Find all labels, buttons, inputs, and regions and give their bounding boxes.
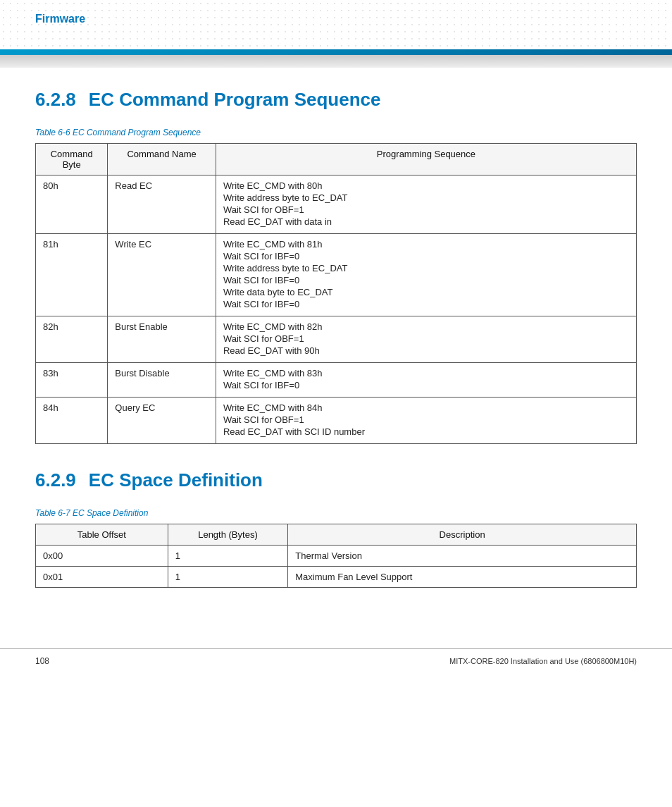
cell-command-byte: 80h xyxy=(36,175,108,234)
cell-command-byte: 83h xyxy=(36,363,108,398)
th-programming-sequence: Programming Sequence xyxy=(216,144,636,175)
footer-page-number: 108 xyxy=(35,656,49,666)
th-command-byte: Command Byte xyxy=(36,144,108,175)
cell-command-name: Write EC xyxy=(108,234,216,316)
footer: 108 MITX-CORE-820 Installation and Use (… xyxy=(0,648,672,673)
cell-command-name: Read EC xyxy=(108,175,216,234)
cell-command-name: Burst Disable xyxy=(108,363,216,398)
cell-programming-sequence: Write EC_CMD with 82hWait SCI for OBF=1R… xyxy=(216,316,636,363)
header-dots xyxy=(0,0,672,49)
sequence-step: Write EC_CMD with 80h xyxy=(223,180,629,191)
section-628-number: 6.2.8 xyxy=(35,89,76,111)
sequence-step: Wait SCI for IBF=0 xyxy=(223,299,629,309)
sequence-step: Read EC_DAT with data in xyxy=(223,216,629,227)
table-row: 0x011Maximum Fan Level Support xyxy=(36,567,637,588)
sequence-step: Write EC_CMD with 84h xyxy=(223,402,629,413)
sequence-step: Write EC_CMD with 81h xyxy=(223,239,629,250)
section-629-heading: 6.2.9 EC Space Definition xyxy=(35,469,637,491)
header-subbar xyxy=(0,55,672,68)
cell-command-byte: 84h xyxy=(36,398,108,444)
header-pattern: Firmware xyxy=(0,0,672,49)
sequence-step: Write data byte to EC_DAT xyxy=(223,287,629,297)
sequence-step: Wait SCI for IBF=0 xyxy=(223,251,629,261)
table-629: Table Offset Length (Bytes) Description … xyxy=(35,524,637,588)
header-bar xyxy=(0,49,672,55)
th-command-name: Command Name xyxy=(108,144,216,175)
sequence-step: Read EC_DAT with SCI ID number xyxy=(223,426,629,437)
cell-description: Thermal Version xyxy=(288,546,637,567)
table-628: Command Byte Command Name Programming Se… xyxy=(35,143,637,444)
sequence-step: Wait SCI for IBF=0 xyxy=(223,275,629,285)
table-628-caption: Table 6-6 EC Command Program Sequence xyxy=(35,128,637,137)
th-description: Description xyxy=(288,524,637,546)
cell-offset: 0x00 xyxy=(36,546,168,567)
section-628-title: EC Command Program Sequence xyxy=(89,89,381,111)
cell-programming-sequence: Write EC_CMD with 80hWrite address byte … xyxy=(216,175,636,234)
sequence-step: Write EC_CMD with 82h xyxy=(223,321,629,332)
cell-command-name: Burst Enable xyxy=(108,316,216,363)
sequence-step: Wait SCI for OBF=1 xyxy=(223,414,629,425)
sequence-step: Wait SCI for OBF=1 xyxy=(223,333,629,344)
table-row: 81hWrite ECWrite EC_CMD with 81hWait SCI… xyxy=(36,234,637,316)
th-length-bytes: Length (Bytes) xyxy=(168,524,288,546)
footer-document: MITX-CORE-820 Installation and Use (6806… xyxy=(449,657,637,665)
header-brand: Firmware xyxy=(35,13,85,25)
cell-command-byte: 81h xyxy=(36,234,108,316)
section-629-number: 6.2.9 xyxy=(35,469,76,491)
sequence-step: Wait SCI for IBF=0 xyxy=(223,380,629,390)
section-628-heading: 6.2.8 EC Command Program Sequence xyxy=(35,89,637,111)
sequence-step: Write address byte to EC_DAT xyxy=(223,192,629,203)
sequence-step: Write EC_CMD with 83h xyxy=(223,368,629,378)
cell-programming-sequence: Write EC_CMD with 81hWait SCI for IBF=0W… xyxy=(216,234,636,316)
cell-description: Maximum Fan Level Support xyxy=(288,567,637,588)
sequence-step: Wait SCI for OBF=1 xyxy=(223,204,629,215)
table-row: 82hBurst EnableWrite EC_CMD with 82hWait… xyxy=(36,316,637,363)
table-row: 0x001Thermal Version xyxy=(36,546,637,567)
cell-programming-sequence: Write EC_CMD with 84hWait SCI for OBF=1R… xyxy=(216,398,636,444)
table-row: 83hBurst DisableWrite EC_CMD with 83hWai… xyxy=(36,363,637,398)
main-content: 6.2.8 EC Command Program Sequence Table … xyxy=(0,68,672,641)
cell-offset: 0x01 xyxy=(36,567,168,588)
cell-length: 1 xyxy=(168,546,288,567)
sequence-step: Read EC_DAT with 90h xyxy=(223,345,629,356)
cell-programming-sequence: Write EC_CMD with 83hWait SCI for IBF=0 xyxy=(216,363,636,398)
section-629-title: EC Space Definition xyxy=(89,469,263,491)
cell-length: 1 xyxy=(168,567,288,588)
table-629-caption: Table 6-7 EC Space Definition xyxy=(35,508,637,518)
table-row: 80hRead ECWrite EC_CMD with 80hWrite add… xyxy=(36,175,637,234)
th-table-offset: Table Offset xyxy=(36,524,168,546)
cell-command-byte: 82h xyxy=(36,316,108,363)
table-row: 84hQuery ECWrite EC_CMD with 84hWait SCI… xyxy=(36,398,637,444)
sequence-step: Write address byte to EC_DAT xyxy=(223,263,629,273)
cell-command-name: Query EC xyxy=(108,398,216,444)
